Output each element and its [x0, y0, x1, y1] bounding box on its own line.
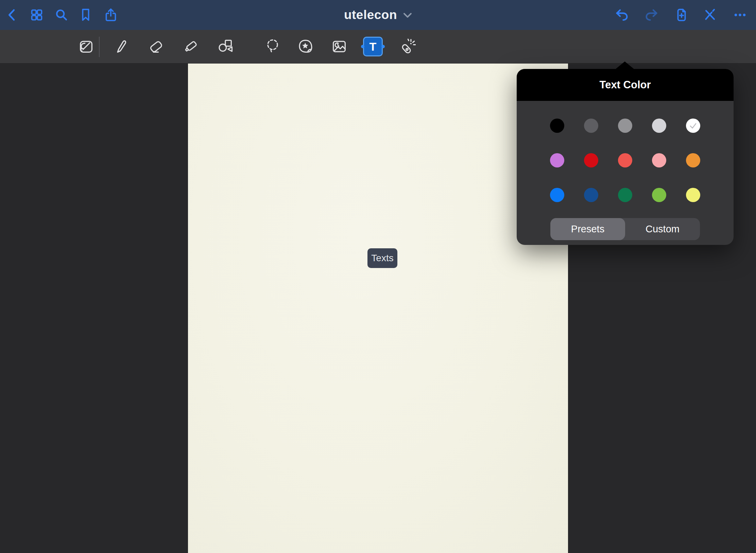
- color-swatch-coral[interactable]: [618, 153, 632, 167]
- selected-text-label: Texts: [371, 253, 393, 264]
- checkmark-icon: [689, 121, 698, 130]
- eraser-tool[interactable]: [147, 37, 166, 56]
- color-swatch-green[interactable]: [618, 188, 632, 202]
- tab-presets[interactable]: Presets: [550, 218, 625, 240]
- color-swatch-pink[interactable]: [652, 153, 666, 167]
- color-swatch-dark-gray[interactable]: [584, 119, 598, 133]
- selection-handle-left: [361, 45, 364, 48]
- color-swatch-navy[interactable]: [584, 188, 598, 202]
- page-canvas[interactable]: [188, 64, 568, 553]
- image-tool[interactable]: [330, 37, 349, 56]
- tools-toolbar: T HiraginoSans-... 16: [0, 30, 756, 64]
- share-icon[interactable]: [102, 6, 120, 24]
- highlighter-tool[interactable]: [182, 37, 201, 56]
- color-swatch-lime[interactable]: [652, 188, 666, 202]
- color-swatch-light-gray[interactable]: [652, 119, 666, 133]
- pen-tool[interactable]: [112, 37, 131, 56]
- search-icon[interactable]: [53, 6, 70, 24]
- color-swatch-red[interactable]: [584, 153, 598, 167]
- color-swatch-yellow[interactable]: [686, 188, 700, 202]
- tab-custom[interactable]: Custom: [625, 218, 700, 240]
- chevron-down-icon: [403, 13, 412, 19]
- popover-title: Text Color: [600, 79, 651, 91]
- pen-off-icon[interactable]: [701, 6, 719, 24]
- laser-pointer-tool[interactable]: [397, 37, 416, 56]
- selection-handle-right: [381, 45, 385, 48]
- add-page-icon[interactable]: [673, 6, 690, 24]
- color-swatch-blue[interactable]: [550, 188, 564, 202]
- popover-header: Text Color: [517, 69, 734, 101]
- document-title: utelecon: [344, 8, 397, 22]
- text-tool-glyph: T: [370, 40, 377, 53]
- presets-custom-segment: PresetsCustom: [550, 218, 700, 240]
- document-title-dropdown[interactable]: utelecon: [344, 8, 412, 22]
- read-mode-tool[interactable]: [76, 37, 96, 56]
- color-swatch-white[interactable]: [686, 119, 700, 133]
- pages-grid-icon[interactable]: [28, 6, 46, 24]
- color-swatch-grid: [517, 101, 734, 202]
- toolbar-divider: [99, 37, 100, 57]
- top-navigation-bar: utelecon: [0, 0, 756, 30]
- shapes-tool[interactable]: [216, 37, 235, 56]
- bookmark-icon[interactable]: [77, 6, 94, 24]
- text-tool-active[interactable]: T: [363, 37, 383, 56]
- color-swatch-gray[interactable]: [618, 119, 632, 133]
- goodnotes-app: utelecon: [0, 0, 756, 553]
- more-icon[interactable]: [731, 6, 749, 24]
- undo-icon[interactable]: [613, 6, 631, 24]
- lasso-tool[interactable]: [263, 37, 282, 56]
- color-swatch-purple[interactable]: [550, 153, 564, 167]
- text-color-popover: Text Color PresetsCustom: [517, 69, 734, 245]
- stickers-tool[interactable]: [296, 37, 315, 56]
- back-icon[interactable]: [3, 6, 21, 24]
- color-swatch-orange[interactable]: [686, 153, 700, 167]
- color-swatch-black[interactable]: [550, 119, 564, 133]
- redo-icon[interactable]: [643, 6, 660, 24]
- selected-text-object[interactable]: Texts: [367, 248, 397, 268]
